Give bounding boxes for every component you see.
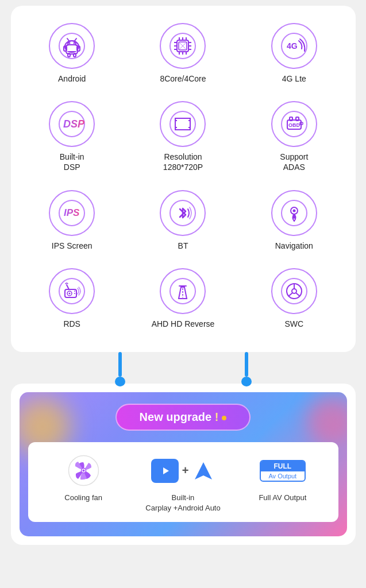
connector-line-left: [118, 352, 122, 377]
navigation-icon: [280, 199, 309, 227]
new-upgrade-label: New upgrade: [140, 411, 212, 423]
svg-text:OBD: OBD: [288, 122, 300, 128]
dsp-label: Built-inDSP: [60, 152, 84, 172]
full-av-badge: FULL Av Output: [260, 460, 306, 482]
av-output-label: Full AV Output: [259, 493, 306, 503]
4g-label: 4G Lte: [282, 74, 306, 84]
feature-rds: RDS: [17, 262, 128, 335]
feature-4g: 4G 4G Lte: [238, 17, 349, 90]
chip-icon: [168, 32, 197, 60]
svg-point-47: [292, 209, 295, 212]
rds-icon: [57, 277, 86, 305]
resolution-label: Resolution1280*720P: [163, 152, 203, 172]
navigation-label: Navigation: [275, 241, 313, 251]
svg-rect-53: [74, 293, 75, 294]
android-label: Android: [58, 74, 86, 84]
cooling-fan-label: Cooling fan: [64, 493, 102, 503]
exclaim: !: [211, 411, 218, 423]
carplay-label: Built-inCarplay +Android Auto: [145, 493, 220, 513]
full-av-bottom: Av Output: [261, 471, 305, 481]
svg-line-63: [296, 293, 300, 296]
obd-icon-circle: OBD: [271, 101, 317, 147]
4g-icon-circle: 4G: [271, 23, 317, 69]
svg-line-54: [67, 285, 69, 289]
svg-rect-35: [175, 118, 190, 130]
swc-label: SWC: [284, 319, 303, 329]
connector-line-right: [245, 352, 248, 377]
cooling-fan-feature: Cooling fan: [34, 454, 133, 503]
cooling-fan-icon: [68, 455, 99, 486]
svg-point-6: [74, 42, 75, 44]
av-output-feature: FULL Av Output Full AV Output: [233, 454, 332, 503]
carplay-feature: + Built-inCarplay +Android Auto: [133, 454, 233, 513]
dsp-icon-circle: DSP: [49, 101, 95, 147]
chip-icon-circle: [160, 23, 206, 69]
bluetooth-icon-circle: [160, 190, 206, 236]
ips-icon: IPS: [57, 199, 86, 227]
carplay-icon-box: [151, 459, 179, 483]
bluetooth-icon: [168, 199, 197, 227]
bt-label: BT: [178, 241, 188, 251]
ips-icon-circle: IPS: [49, 190, 95, 236]
ahd-icon: [168, 277, 197, 305]
svg-text:4G: 4G: [287, 41, 298, 51]
rds-icon-circle: [49, 268, 95, 314]
svg-line-7: [67, 38, 69, 41]
svg-point-58: [282, 278, 307, 304]
svg-line-8: [75, 38, 76, 41]
feature-bt: BT: [128, 184, 238, 257]
svg-point-51: [69, 292, 71, 294]
svg-rect-10: [74, 53, 76, 57]
dsp-icon: DSP: [57, 110, 86, 138]
svg-marker-69: [195, 462, 212, 479]
feature-ahd: AHD HD Reverse: [128, 262, 238, 335]
carplay-icon: [156, 462, 174, 480]
svg-rect-38: [290, 117, 292, 121]
core-label: 8Core/4Core: [160, 74, 206, 84]
svg-text:IPS: IPS: [64, 207, 80, 218]
swc-icon-circle: [271, 268, 317, 314]
connector-right: [241, 352, 252, 386]
features-card: Android: [11, 6, 356, 352]
feature-core: 8Core/4Core: [128, 17, 238, 90]
resolution-icon: [168, 110, 197, 138]
ahd-icon-circle: [160, 268, 206, 314]
upgrade-features-row: Cooling fan +: [28, 442, 338, 522]
upgrade-banner: New upgrade !: [20, 392, 347, 536]
ips-label: IPS Screen: [52, 241, 93, 251]
carplay-icon-wrap: +: [151, 454, 215, 488]
android-icon-circle: [49, 23, 95, 69]
av-output-icon-wrap: FULL Av Output: [260, 454, 306, 488]
connector-ball-left: [115, 377, 125, 386]
feature-ips: IPS IPS Screen: [17, 184, 128, 257]
navigation-icon-circle: [271, 190, 317, 236]
rds-label: RDS: [63, 319, 80, 329]
bottom-card: New upgrade !: [11, 384, 356, 545]
plus-sign: +: [182, 464, 189, 477]
feature-navigation: Navigation: [238, 184, 349, 257]
svg-rect-52: [74, 291, 75, 292]
connector-area: [11, 352, 356, 386]
connector-ball-right: [241, 377, 252, 386]
svg-text:DSP: DSP: [63, 118, 85, 130]
obd-icon: OBD: [280, 110, 309, 138]
feature-dsp: DSP Built-inDSP: [17, 95, 128, 178]
svg-point-60: [292, 289, 296, 293]
android-icon: [58, 32, 86, 60]
svg-line-62: [288, 293, 292, 296]
new-upgrade-badge: New upgrade !: [115, 404, 251, 431]
ahd-label: AHD HD Reverse: [152, 319, 215, 329]
android-auto-icon: [192, 459, 215, 482]
swc-icon: [280, 277, 309, 305]
connector-left: [115, 352, 125, 386]
feature-swc: SWC: [238, 262, 349, 335]
upgrade-dot: [222, 416, 226, 420]
4g-icon: 4G: [280, 32, 309, 60]
svg-rect-3: [66, 46, 78, 51]
cooling-fan-icon-wrap: [68, 454, 99, 488]
feature-adas: OBD SupportADAS: [238, 95, 349, 178]
adas-label: SupportADAS: [280, 152, 308, 172]
svg-point-5: [69, 42, 71, 44]
full-av-top: FULL: [261, 461, 305, 471]
feature-android: Android: [17, 17, 128, 90]
